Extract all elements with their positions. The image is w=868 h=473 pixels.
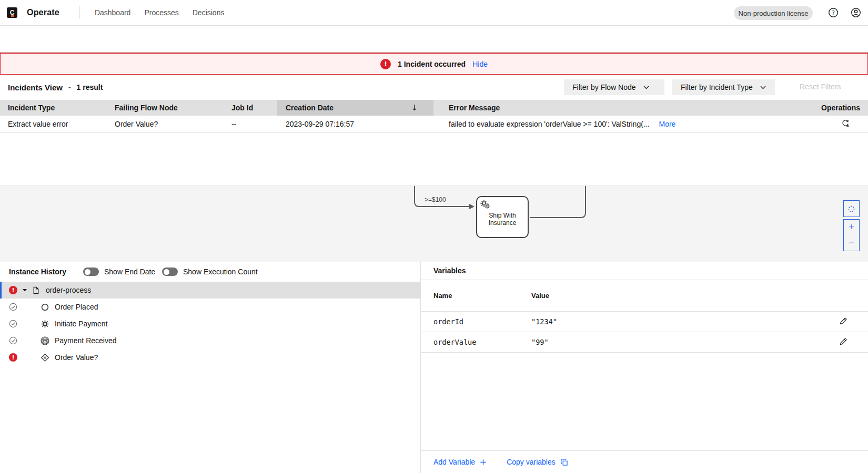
- variables-panel: Variables Name Value orderId"1234"orderV…: [421, 262, 868, 473]
- sequence-flow-label: >=$100: [425, 196, 446, 203]
- copy-icon: [560, 458, 568, 466]
- chevron-down-icon[interactable]: [22, 288, 28, 292]
- show-execution-count-label: Show Execution Count: [183, 268, 258, 276]
- incidents-separator: -: [68, 83, 71, 91]
- top-nav: C Operate Dashboard Processes Decisions …: [0, 0, 868, 26]
- completed-state-icon: [9, 336, 17, 345]
- variable-row-ordervalue: orderValue"99": [421, 332, 868, 353]
- hide-incidents-link[interactable]: Hide: [472, 60, 488, 68]
- cell-incident-type: Extract value error: [0, 120, 115, 128]
- copy-variables-button[interactable]: Copy variables: [507, 458, 568, 466]
- variable-name: orderValue: [421, 338, 531, 346]
- tree-row-payment-received[interactable]: Payment Received: [0, 332, 420, 349]
- completed-state-icon: [9, 320, 17, 328]
- svg-text:?: ?: [832, 9, 835, 16]
- instance-history-panel: Instance History Show End Date Show Exec…: [0, 262, 421, 473]
- incident-banner-message: 1 Incident occurred: [398, 60, 466, 68]
- bottom-panels: Instance History Show End Date Show Exec…: [0, 262, 868, 473]
- variable-value: "99": [531, 338, 839, 346]
- col-job-id[interactable]: Job Id: [231, 104, 277, 112]
- incident-banner: ! 1 Incident occurred Hide: [0, 53, 868, 75]
- nav-items: Dashboard Processes Decisions: [95, 8, 225, 17]
- tree-item-label: order-process: [46, 286, 91, 294]
- incident-state-icon: !: [9, 353, 17, 362]
- camunda-logo[interactable]: C: [7, 7, 17, 18]
- tree-item-label: Order Placed: [55, 303, 98, 311]
- operate-app: C Operate Dashboard Processes Decisions …: [0, 0, 868, 473]
- filter-by-incident-type-dropdown[interactable]: Filter by Incident Type: [672, 79, 775, 95]
- tree-row-initiate-payment[interactable]: Initiate Payment: [0, 315, 420, 332]
- user-icon[interactable]: [851, 7, 861, 18]
- col-variable-value: Value: [531, 292, 839, 300]
- edit-variable-pencil-icon[interactable]: [839, 317, 848, 326]
- edit-variable-pencil-icon[interactable]: [839, 337, 848, 347]
- incident-icon: !: [9, 353, 17, 362]
- variable-row-orderid: orderId"1234": [421, 312, 868, 332]
- cell-failing-flow-node: Order Value?: [115, 120, 231, 128]
- show-end-date-label: Show End Date: [104, 268, 155, 276]
- incidents-table-header: Incident Type Failing Flow Node Job Id C…: [0, 100, 868, 116]
- license-badge: Non-production license: [734, 6, 813, 20]
- variables-rows: orderId"1234"orderValue"99": [421, 312, 868, 353]
- incidents-view-title: Incidents View: [8, 83, 63, 92]
- tree-row-order-placed[interactable]: Order Placed: [0, 299, 420, 315]
- incident-state-icon: !: [9, 286, 17, 294]
- incident-row[interactable]: Extract value error Order Value? -- 2023…: [0, 116, 868, 133]
- nav-item-processes[interactable]: Processes: [144, 8, 178, 17]
- tree-item-label: Payment Received: [55, 336, 117, 345]
- cell-creation-date: 2023-09-29 07:16:57: [277, 120, 433, 128]
- instance-history-tree: !order-processOrder PlacedInitiate Payme…: [0, 282, 420, 366]
- logo-orange-mark: [11, 15, 14, 17]
- target-icon: [847, 205, 855, 213]
- col-creation-date-sorted[interactable]: Creation Date ↓: [277, 100, 433, 116]
- add-variable-button[interactable]: Add Variable: [433, 458, 487, 466]
- diagram-reset-view-button[interactable]: [843, 200, 860, 217]
- instance-header: ! Process Name order-process Process Ins…: [0, 26, 868, 53]
- variable-name: orderId: [421, 317, 531, 326]
- help-icon[interactable]: ?: [828, 7, 839, 18]
- variable-value: "1234": [531, 317, 839, 326]
- incidents-table: Incident Type Failing Flow Node Job Id C…: [0, 100, 868, 133]
- retry-incident-icon[interactable]: [841, 119, 850, 129]
- instance-history-title: Instance History: [9, 268, 66, 276]
- col-incident-type[interactable]: Incident Type: [0, 104, 115, 112]
- col-variable-name: Name: [421, 292, 531, 300]
- variables-table-header: Name Value: [421, 280, 868, 312]
- service-task-icon: [41, 320, 49, 328]
- sort-descending-icon: ↓: [411, 103, 418, 112]
- variables-header: Variables: [421, 262, 868, 280]
- process-diagram: >=$100 Ship With Insurance + −: [0, 186, 868, 262]
- col-operations: Operations: [805, 104, 868, 112]
- incidents-result-count: 1 result: [77, 83, 103, 91]
- diagram-zoom-in-button[interactable]: +: [843, 219, 860, 235]
- exclusive-gateway-icon: [41, 353, 49, 362]
- incident-icon: !: [9, 286, 17, 294]
- cell-operations: [805, 119, 868, 129]
- tree-item-label: Initiate Payment: [55, 320, 107, 328]
- variables-title: Variables: [433, 266, 466, 275]
- nav-item-dashboard[interactable]: Dashboard: [95, 8, 131, 17]
- cell-error-message: failed to evaluate expression 'orderValu…: [433, 120, 805, 128]
- col-failing-flow-node[interactable]: Failing Flow Node: [115, 104, 231, 112]
- show-end-date-toggle[interactable]: [83, 268, 99, 276]
- tree-item-label: Order Value?: [55, 353, 98, 362]
- task-name: Ship With Insurance: [477, 212, 528, 227]
- reset-filters-button[interactable]: Reset Filters: [800, 83, 841, 91]
- show-execution-count-toggle[interactable]: [162, 268, 178, 276]
- cell-job-id: --: [231, 120, 277, 128]
- nav-item-decisions[interactable]: Decisions: [193, 8, 225, 17]
- task-ship-with-insurance[interactable]: Ship With Insurance: [476, 196, 529, 238]
- nav-divider: [79, 6, 80, 19]
- incidents-toolbar: Incidents View - 1 result Filter by Flow…: [0, 75, 868, 100]
- col-error-message[interactable]: Error Message: [433, 104, 805, 112]
- app-title: Operate: [27, 8, 59, 17]
- plus-icon: [480, 459, 487, 466]
- variables-footer: Add Variable Copy variables: [421, 450, 868, 473]
- tree-row-order-process[interactable]: !order-process: [0, 282, 420, 299]
- tree-row-order-value[interactable]: !Order Value?: [0, 349, 420, 366]
- chevron-down-icon: [643, 86, 649, 89]
- message-catch-event-icon: [41, 336, 49, 345]
- filter-by-flow-node-dropdown[interactable]: Filter by Flow Node: [564, 79, 664, 95]
- diagram-zoom-out-button[interactable]: −: [843, 235, 860, 251]
- error-more-link[interactable]: More: [659, 120, 676, 128]
